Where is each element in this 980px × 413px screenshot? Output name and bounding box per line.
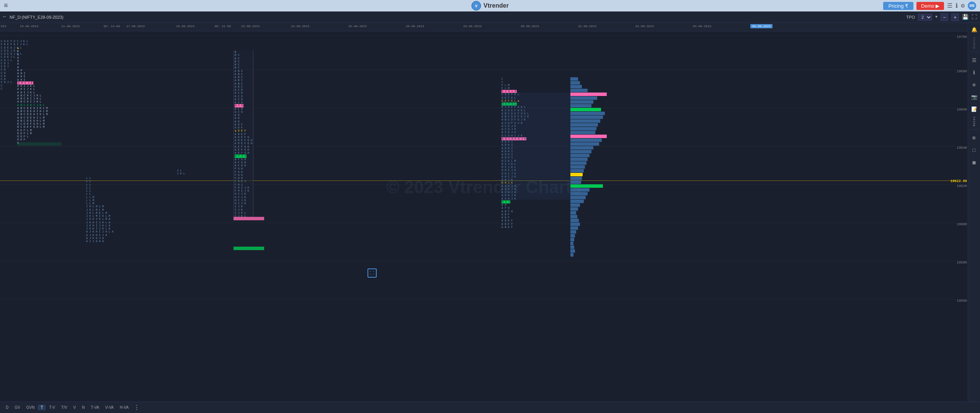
profile-col-4: B B C B C B C B C B C A B C A B C A B C … — [234, 50, 253, 218]
date-label-7: 23-08-2023 — [241, 24, 260, 28]
main-area: 023 10-08-2023 11-08-2023 3D: 14-08 17-0… — [0, 23, 980, 402]
btn-v[interactable]: V — [71, 405, 79, 410]
price-19600: 19600 — [957, 223, 967, 226]
date-label-3: 3D: 14-08 — [103, 24, 120, 28]
grid2-icon[interactable]: ▦ — [969, 157, 980, 168]
date-label-13: 31-08-2023 — [578, 24, 596, 28]
date-label-15: 04-09-2023 — [693, 24, 711, 28]
date-label-5: 18-08-2023 — [176, 24, 194, 28]
user-avatar[interactable]: UG — [968, 2, 976, 10]
chart-content[interactable]: © 2023 Vtrender Charts 19700 19680 19660… — [0, 31, 968, 402]
chart-title: NF_D:(NIFTY_E28-09-2023) — [10, 15, 64, 20]
logo-text: Vtrender — [483, 2, 509, 9]
poc-line-2 — [234, 247, 264, 250]
gridline-5 — [0, 184, 956, 185]
tpo-dropdown-icon[interactable]: ▼ — [935, 15, 938, 19]
date-label-14: 01-09-2023 — [635, 24, 654, 28]
watermark: © 2023 Vtrender Charts — [386, 177, 581, 197]
btn-gv[interactable]: GV — [12, 405, 23, 410]
tpo-plus-button[interactable]: + — [951, 13, 959, 21]
price-19580: 19580 — [957, 261, 967, 265]
gridline-8 — [0, 299, 956, 299]
chart-area[interactable]: 023 10-08-2023 11-08-2023 3D: 14-08 17-0… — [0, 23, 968, 402]
expand-icon[interactable]: ⛶ — [972, 14, 977, 20]
price-19680: 19680 — [957, 70, 967, 73]
info-icon-side[interactable]: ℹ — [969, 67, 980, 78]
btn-v-va[interactable]: V-VA — [103, 405, 116, 410]
date-label-1: 10-08-2023 — [20, 24, 38, 28]
settings-icon-side[interactable]: ⚙ — [969, 80, 980, 90]
btn-d[interactable]: D — [3, 405, 11, 410]
grid-icon[interactable]: ⊞ — [969, 133, 980, 143]
date-label-12: 30-08-2023 — [521, 24, 539, 28]
date-label-2: 11-08-2023 — [61, 24, 80, 28]
notes-label: Notes — [973, 116, 976, 126]
toolbar: ← NF_D:(NIFTY_E28-09-2023) TPO 2 3 1 ▼ −… — [0, 11, 980, 23]
date-header: 023 10-08-2023 11-08-2023 3D: 14-08 17-0… — [0, 23, 968, 31]
btn-t-v[interactable]: T-V — [46, 405, 58, 410]
price-19700: 19700 — [957, 35, 967, 39]
settings-icon[interactable]: ⚙ — [961, 2, 965, 10]
gridline-6 — [0, 223, 956, 223]
logo-icon: V — [471, 1, 481, 11]
back-button[interactable]: ← — [3, 14, 7, 20]
date-label-0: 023 — [1, 24, 6, 28]
top-header: ≡ V Vtrender Pricing ₹ Demo ▶ ☰ ℹ ⚙ UG — [0, 0, 980, 11]
poc-profile2 — [17, 142, 61, 146]
histogram-area — [570, 77, 609, 257]
gridline-1 — [0, 35, 956, 36]
notes-icon[interactable]: 📝 — [969, 104, 980, 115]
date-highlight: 05-09-2023 — [750, 24, 773, 28]
pricing-button[interactable]: Pricing ₹ — [883, 2, 913, 10]
profile-mini-1: J L J K L — [177, 169, 185, 176]
list-icon[interactable]: ☰ — [969, 55, 980, 66]
btn-t-va[interactable]: T-VA — [88, 405, 102, 410]
current-price-line — [0, 180, 956, 181]
gridline-7 — [0, 261, 956, 261]
info-icon[interactable]: ℹ — [956, 2, 958, 10]
fullscreen-icon[interactable]: ⛶ — [368, 268, 377, 278]
gridline-4 — [0, 146, 956, 146]
btn-h-va[interactable]: H-VA — [117, 405, 131, 410]
list-icon[interactable]: ☰ — [947, 2, 952, 10]
date-label-8: 24-08-2023 — [291, 24, 309, 28]
save-icon[interactable]: 💾 — [962, 14, 969, 20]
price-19620: 19620 — [957, 184, 967, 188]
btn-n[interactable]: N — [79, 405, 87, 410]
logo: V Vtrender — [471, 1, 509, 11]
header-right-controls: Pricing ₹ Demo ▶ ☰ ℹ ⚙ UG — [883, 2, 976, 10]
date-label-6: 3D: 21-08 — [214, 24, 231, 28]
profile-col-5: L L F L M F L M E F K L M C D E F K L D … — [501, 77, 529, 229]
alerts-label: Alerts — [973, 37, 976, 49]
btn-t[interactable]: T — [38, 405, 46, 410]
svg-text:V: V — [475, 4, 477, 8]
demo-button[interactable]: Demo ▶ — [916, 2, 944, 10]
price-19660: 19660 — [957, 108, 967, 112]
gridline-2 — [0, 70, 956, 70]
date-label-4: 17-08-2023 — [126, 24, 145, 28]
profile-col-2: ● A A A A A A A H A H I A H I A H I A H … — [17, 47, 48, 145]
date-label-9: 25-08-2023 — [348, 24, 367, 28]
alerts-icon[interactable]: 🔔 — [969, 24, 980, 35]
square-icon[interactable]: □ — [969, 145, 980, 156]
poc-line-1 — [234, 217, 264, 220]
price-19560: 19560 — [957, 299, 967, 303]
tpo-select[interactable]: 2 3 1 — [918, 14, 932, 21]
more-options-icon[interactable]: ⋮ — [134, 404, 140, 411]
btn-gvn[interactable]: GVN — [24, 405, 38, 410]
profile-col-3: L L L L L L L L L L L L L L M L L M L L … — [86, 177, 113, 243]
price-19622: 19622.00 — [951, 179, 967, 183]
date-label-10: 28-08-2023 — [406, 24, 424, 28]
date-label-11: 29-08-2023 — [463, 24, 482, 28]
bottom-toolbar: D GV GVN T T-V T/V V N T-VA V-VA H-VA ⋮ — [0, 402, 980, 413]
tpo-label: TPO — [906, 15, 915, 20]
btn-tv[interactable]: T/V — [59, 405, 70, 410]
right-sidebar: 🔔 Alerts ☰ ℹ ⚙ 📷 📝 Notes ⊞ □ ▦ — [968, 23, 980, 402]
hamburger-menu[interactable]: ≡ — [4, 2, 8, 10]
tpo-minus-button[interactable]: − — [941, 13, 948, 21]
price-19640: 19640 — [957, 146, 967, 150]
camera-icon[interactable]: 📷 — [969, 92, 980, 102]
gridline-3 — [0, 108, 956, 108]
